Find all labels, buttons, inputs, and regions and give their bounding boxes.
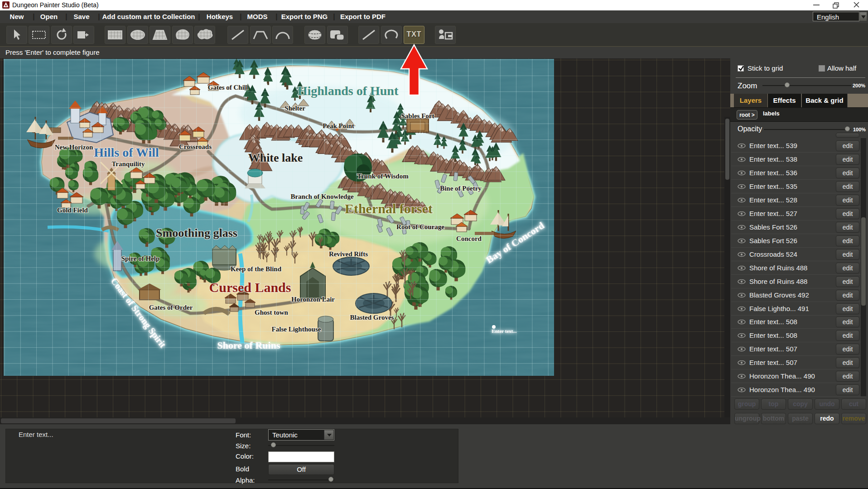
svg-text:Sables Fort: Sables Fort xyxy=(401,112,434,120)
svg-text:Cursed Lands: Cursed Lands xyxy=(209,280,291,295)
svg-text:Revived Rifts: Revived Rifts xyxy=(329,250,368,258)
svg-text:Gates of Order: Gates of Order xyxy=(149,304,193,311)
svg-text:Shelter: Shelter xyxy=(285,105,305,112)
svg-text:Gates of Chill: Gates of Chill xyxy=(208,84,248,91)
svg-text:False Lighthouse: False Lighthouse xyxy=(272,326,321,333)
svg-text:Spire of Help: Spire of Help xyxy=(121,255,160,262)
svg-text:Keep of the Blind: Keep of the Blind xyxy=(231,265,282,273)
svg-text:Shore of Ruins: Shore of Ruins xyxy=(217,340,280,351)
svg-text:Hills of Will: Hills of Will xyxy=(94,145,159,159)
svg-text:White lake: White lake xyxy=(248,151,303,164)
svg-text:Root of Courage: Root of Courage xyxy=(396,223,444,230)
svg-text:Crossroads: Crossroads xyxy=(179,143,212,150)
svg-text:Smoothing glass: Smoothing glass xyxy=(156,226,237,240)
svg-text:Horonzon Lair: Horonzon Lair xyxy=(291,296,335,303)
svg-text:Peak Point: Peak Point xyxy=(323,122,354,129)
svg-text:Highlands of Hunt: Highlands of Hunt xyxy=(298,84,399,98)
svg-text:Tranquility: Tranquility xyxy=(111,160,145,168)
svg-text:New Horizon: New Horizon xyxy=(55,144,93,151)
svg-text:Trunk of Wisdom: Trunk of Wisdom xyxy=(357,173,409,180)
svg-text:Blasted Groves: Blasted Groves xyxy=(350,314,394,321)
svg-text:Bine of Poetry: Bine of Poetry xyxy=(440,185,482,192)
svg-text:Ethernal forset: Ethernal forset xyxy=(345,201,433,216)
svg-text:Gold Field: Gold Field xyxy=(57,206,88,214)
svg-text:Ghost town: Ghost town xyxy=(255,309,288,316)
svg-text:Enter text...: Enter text... xyxy=(492,328,517,334)
svg-text:Concord: Concord xyxy=(456,235,482,242)
svg-text:Branch of Knowledge: Branch of Knowledge xyxy=(290,193,354,200)
